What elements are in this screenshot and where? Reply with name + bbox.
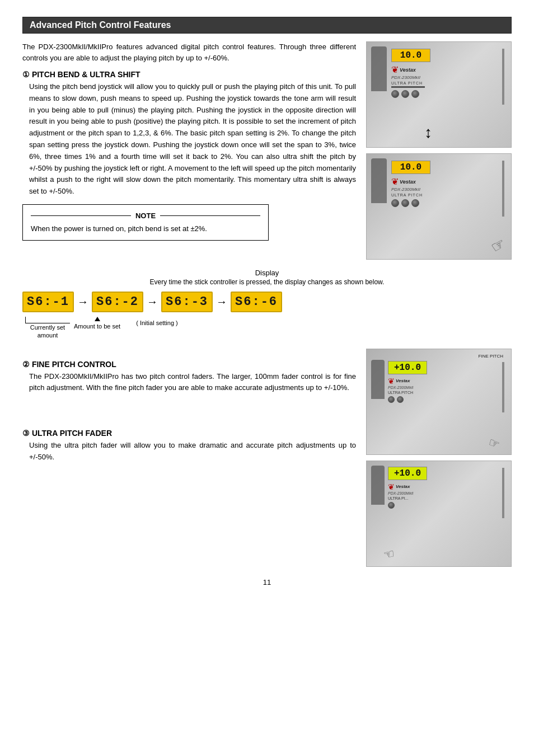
display-label: Display xyxy=(22,269,512,277)
annotation-currently: Currently set amount xyxy=(22,317,78,340)
note-box: NOTE When the power is turned on, pitch … xyxy=(22,204,269,241)
display-section: Display Every time the stick controller … xyxy=(22,269,512,340)
page-number: 11 xyxy=(22,578,512,586)
device-image-2: 10.0 ❦ Vestax PDX-2300MkII ULTRA PITCH xyxy=(366,153,512,260)
device-image-fine-pitch: FINE PITCH +10.0 ❦ Vestax PDX-2300MkII U… xyxy=(366,349,512,455)
two-col-layout-2: ② FINE PITCH CONTROL The PDX-2300MkII/Mk… xyxy=(22,349,512,567)
page-container: Advanced Pitch Control Features The PDX-… xyxy=(22,17,512,586)
device-display-2: 10.0 xyxy=(391,161,430,174)
device-display-1: 10.0 xyxy=(391,49,430,62)
annotation-initial: ( Initial setting ) xyxy=(136,319,178,327)
lcd-screen-3: S6:-3 xyxy=(161,292,213,312)
intro-text: The PDX-2300MkII/MkIIPro features advanc… xyxy=(22,41,356,63)
note-label: NOTE xyxy=(31,210,260,222)
device-display-ultra: +10.0 xyxy=(388,467,427,480)
arrow-2: → xyxy=(147,295,158,308)
display-annotations: Currently set amount Amount to be set ( … xyxy=(22,317,512,340)
section-pitch-bend: ① PITCH BEND & ULTRA SHIFT Using the pit… xyxy=(22,70,356,198)
section-1-body: Using the pitch bend joystick will allow… xyxy=(22,81,356,198)
lcd-screen-2: S6:-2 xyxy=(92,292,143,312)
right-column: 10.0 ❦ Vestax PDX-2300MkII ULTRA PITCH xyxy=(366,41,512,260)
section-3-body: Using the ultra pitch fader will allow y… xyxy=(22,440,356,463)
right-column-2: FINE PITCH +10.0 ❦ Vestax PDX-2300MkII U… xyxy=(366,349,512,567)
section-3-heading: ③ ULTRA PITCH FADER xyxy=(22,429,356,438)
display-row: S6:-1 → S6:-2 → S6:-3 → S6:-6 xyxy=(22,292,512,312)
lcd-screen-4: S6:-6 xyxy=(231,292,282,312)
lcd-screen-1: S6:-1 xyxy=(22,292,74,312)
arrow-1: → xyxy=(77,295,88,308)
section-ultra-pitch: ③ ULTRA PITCH FADER Using the ultra pitc… xyxy=(22,429,356,463)
section-fine-pitch: ② FINE PITCH CONTROL The PDX-2300MkII/Mk… xyxy=(22,360,356,395)
note-text: When the power is turned on, pitch bend … xyxy=(31,223,260,234)
page-title: Advanced Pitch Control Features xyxy=(22,17,512,34)
section-1-heading: ① PITCH BEND & ULTRA SHIFT xyxy=(22,70,356,79)
two-col-layout: The PDX-2300MkII/MkIIPro features advanc… xyxy=(22,41,512,260)
device-image-ultra-pitch: +10.0 ❦ Vestax PDX-2300MkII ULTRA PI... xyxy=(366,461,512,567)
annotation-amount: Amount to be set xyxy=(74,317,120,330)
section-2-body: The PDX-2300MkII/MkIIPro has two pitch c… xyxy=(22,371,356,395)
left-column-2: ② FINE PITCH CONTROL The PDX-2300MkII/Mk… xyxy=(22,349,356,567)
display-subtitle: Every time the stick controller is press… xyxy=(22,278,512,286)
device-display-fine: +10.0 xyxy=(388,361,427,374)
device-image-1: 10.0 ❦ Vestax PDX-2300MkII ULTRA PITCH xyxy=(366,41,512,148)
section-2-heading: ② FINE PITCH CONTROL xyxy=(22,360,356,369)
arrow-3: → xyxy=(216,295,227,308)
left-column: The PDX-2300MkII/MkIIPro features advanc… xyxy=(22,41,356,260)
